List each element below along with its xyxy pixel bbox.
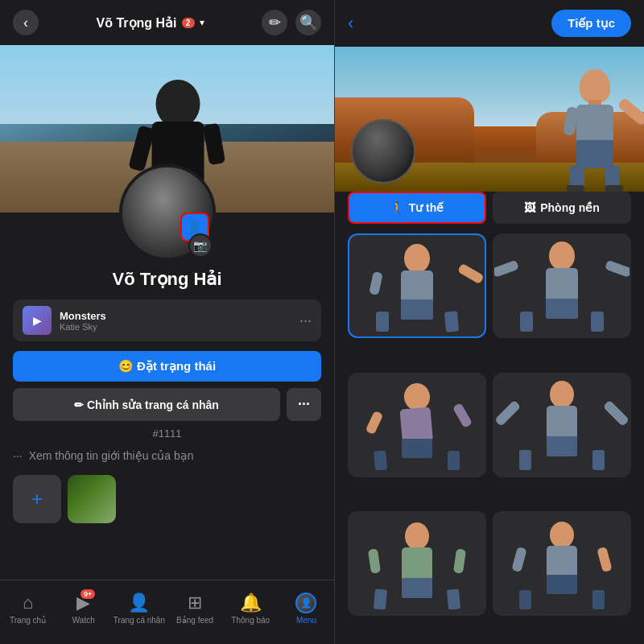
right-panel: ‹ Tiếp tục [334, 0, 644, 644]
pose-figure-6 [508, 518, 616, 609]
avatar-camera-button[interactable]: 📷 [188, 233, 213, 258]
chevron-down-icon: ▾ [200, 17, 204, 28]
menu-avatar: 👤 [295, 592, 316, 613]
header-center: Võ Trọng Hải 2 ▾ [97, 15, 204, 31]
watch-icon: ▶ 9+ [76, 592, 90, 613]
tab-background-button[interactable]: 🖼 Phòng nền [493, 192, 631, 224]
profile-name: Võ Trọng Hải [113, 269, 222, 290]
notification-icon: 🔔 [240, 592, 262, 613]
nav-menu[interactable]: 👤 Menu [279, 592, 334, 625]
pose-card-6[interactable] [493, 511, 631, 616]
edit-button[interactable]: ✏ [262, 10, 287, 35]
nav-profile-label: Trang cá nhân [114, 616, 165, 625]
nav-home[interactable]: ⌂ Trang chủ [0, 592, 56, 625]
nav-menu-label: Menu [296, 616, 316, 625]
pose-figure-4 [508, 379, 616, 470]
tab-pose-label: Tư thế [409, 201, 444, 214]
avatar-wrapper: 👤 📷 [119, 164, 216, 261]
avatar-section: 👤 📷 Võ Trọng Hải [0, 164, 334, 290]
info-dots-icon: ··· [13, 449, 23, 462]
feed-icon: ⊞ [188, 592, 202, 613]
right-header: ‹ Tiếp tục [335, 0, 644, 47]
banner-user-circle [351, 119, 415, 184]
nav-home-label: Trang chủ [10, 616, 46, 625]
tab-background-label: Phòng nền [540, 201, 600, 214]
left-panel: ‹ Võ Trọng Hải 2 ▾ ✏ 🔍 [0, 0, 334, 644]
pose-figure-2 [508, 240, 616, 331]
bg-icon: 🖼 [524, 201, 535, 214]
pose-card-5[interactable] [348, 511, 486, 616]
song-title: Monsters [60, 310, 106, 322]
action-buttons: 😊 Đặt trạng thái ✏ Chỉnh sửa trang cá nh… [0, 351, 334, 421]
pose-card-2[interactable] [493, 233, 631, 338]
info-text: Xem thông tin giới thiệu của bạn [29, 449, 194, 462]
song-info: ▶ Monsters Katie Sky [23, 306, 106, 335]
nav-feed[interactable]: ⊞ Bảng feed [167, 592, 223, 625]
avatar-preview-banner [335, 47, 644, 192]
song-card: ▶ Monsters Katie Sky ··· [13, 299, 321, 341]
banner-avatar-character [559, 63, 631, 192]
pose-card-4[interactable] [493, 373, 631, 477]
profile-icon: 👤 [128, 592, 150, 613]
pose-grid [335, 233, 644, 644]
tab-pose-button[interactable]: 🚶 Tư thế [348, 192, 486, 224]
pose-figure-1 [363, 240, 471, 331]
tab-buttons: 🚶 Tư thế 🖼 Phòng nền [348, 192, 631, 224]
back-button[interactable]: ‹ [13, 10, 39, 35]
pose-figure-5 [363, 518, 471, 609]
edit-profile-button[interactable]: ✏ Chỉnh sửa trang cá nhân [13, 388, 280, 421]
nav-watch[interactable]: ▶ 9+ Watch [56, 592, 111, 625]
left-header: ‹ Võ Trọng Hải 2 ▾ ✏ 🔍 [0, 0, 334, 45]
add-story-button[interactable]: + [13, 475, 61, 523]
song-details: Monsters Katie Sky [60, 310, 106, 332]
song-more-button[interactable]: ··· [299, 312, 312, 329]
stories-section: + [0, 469, 334, 530]
pose-card-1[interactable] [348, 233, 486, 338]
user-id: #1111 [0, 427, 334, 440]
pose-figure-3 [363, 379, 471, 470]
left-content: 👤 📷 Võ Trọng Hải ▶ Monsters Katie Sky ··… [0, 0, 334, 644]
more-options-button[interactable]: ··· [287, 388, 321, 421]
nav-profile[interactable]: 👤 Trang cá nhân [111, 592, 167, 625]
profile-header-title: Võ Trọng Hải [97, 15, 177, 31]
nav-feed-label: Bảng feed [176, 616, 213, 625]
continue-button[interactable]: Tiếp tục [551, 10, 631, 37]
message-badge: 2 [182, 18, 195, 28]
pose-card-3[interactable] [348, 373, 486, 477]
song-artist: Katie Sky [60, 322, 106, 332]
info-row: ··· Xem thông tin giới thiệu của bạn [0, 443, 334, 469]
home-icon: ⌂ [23, 592, 33, 613]
right-back-button[interactable]: ‹ [348, 13, 353, 34]
story-item[interactable] [68, 475, 116, 523]
song-thumbnail: ▶ [23, 306, 52, 335]
search-button[interactable]: 🔍 [295, 10, 321, 35]
secondary-buttons-row: ✏ Chỉnh sửa trang cá nhân ··· [13, 388, 321, 421]
bottom-nav: ⌂ Trang chủ ▶ 9+ Watch 👤 Trang cá nhân ⊞… [0, 580, 334, 644]
set-status-button[interactable]: 😊 Đặt trạng thái [13, 351, 321, 382]
nav-watch-label: Watch [72, 616, 95, 625]
nav-notifications[interactable]: 🔔 Thông báo [223, 592, 279, 625]
pose-icon: 🚶 [390, 201, 404, 214]
watch-badge: 9+ [80, 589, 95, 599]
nav-notifications-label: Thông báo [231, 616, 270, 625]
